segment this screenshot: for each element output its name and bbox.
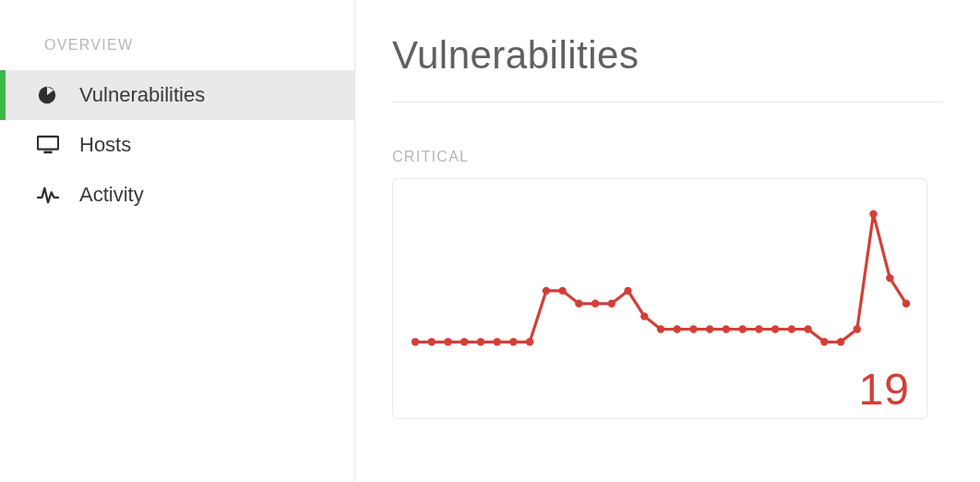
sidebar-item-activity[interactable]: Activity: [0, 170, 354, 220]
sidebar-item-label: Vulnerabilities: [79, 83, 205, 107]
chart-label-critical: CRITICAL: [392, 149, 943, 165]
svg-point-25: [771, 325, 779, 332]
main-content: Vulnerabilities CRITICAL 19: [355, 0, 980, 482]
critical-chart-value: 19: [859, 364, 910, 415]
svg-point-19: [674, 325, 681, 332]
svg-rect-2: [43, 151, 52, 153]
svg-point-30: [854, 325, 861, 332]
pulse-icon: [37, 184, 66, 206]
svg-point-10: [526, 338, 533, 345]
svg-point-20: [689, 325, 697, 332]
sidebar-item-label: Hosts: [79, 133, 131, 157]
svg-point-27: [804, 325, 811, 332]
sidebar-item-hosts[interactable]: Hosts: [0, 120, 354, 170]
svg-point-13: [575, 300, 582, 307]
svg-point-29: [837, 338, 844, 345]
svg-point-14: [592, 300, 599, 307]
svg-point-23: [739, 325, 747, 332]
svg-point-22: [723, 325, 730, 332]
svg-point-17: [640, 312, 648, 319]
svg-point-12: [558, 287, 566, 295]
critical-line-chart: [406, 192, 915, 377]
svg-point-16: [624, 287, 631, 295]
svg-point-11: [543, 287, 550, 295]
svg-rect-1: [38, 137, 58, 150]
svg-point-18: [657, 325, 664, 332]
sidebar-item-label: Activity: [79, 183, 144, 207]
svg-point-9: [509, 338, 517, 345]
svg-point-28: [820, 338, 828, 345]
svg-point-7: [477, 338, 484, 345]
monitor-icon: [37, 134, 66, 156]
svg-point-21: [706, 325, 713, 332]
svg-point-6: [460, 338, 468, 345]
svg-point-5: [444, 338, 451, 345]
svg-point-15: [608, 300, 615, 307]
svg-point-3: [412, 338, 419, 345]
svg-point-26: [788, 325, 795, 332]
sidebar-item-vulnerabilities[interactable]: Vulnerabilities: [0, 70, 354, 120]
critical-chart-card: 19: [392, 178, 927, 419]
svg-point-8: [494, 338, 501, 345]
svg-point-33: [902, 300, 910, 307]
sidebar: OVERVIEW Vulnerabilities Hosts Activity: [0, 0, 355, 482]
pie-chart-icon: [37, 84, 66, 106]
page-title: Vulnerabilities: [392, 33, 943, 102]
sidebar-section-header: OVERVIEW: [0, 37, 354, 70]
svg-point-24: [755, 325, 762, 332]
svg-point-31: [869, 211, 877, 218]
svg-point-32: [886, 274, 893, 282]
svg-point-4: [428, 338, 436, 345]
